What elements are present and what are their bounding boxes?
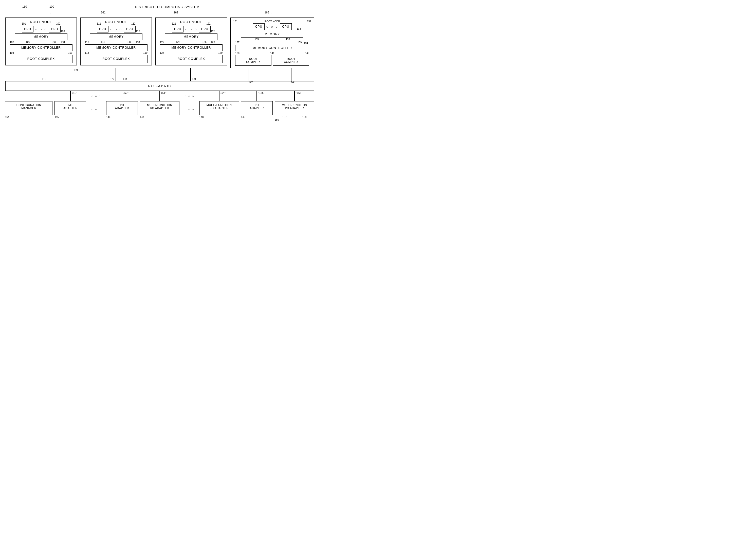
ref-126: 126 [202, 41, 207, 43]
arrow-100: ↓ [50, 11, 52, 14]
ref-160: 160 [22, 5, 27, 8]
ref-116: 116 [127, 41, 132, 43]
memctrl-161: MEMORY CONTROLLER [85, 44, 148, 51]
root-node-162: ROOT NODE 121 CPU ○ ○ ○ 122 CPU 123 MEMO… [155, 17, 227, 65]
ref-146: 146 [106, 116, 138, 118]
ref-114: 114 [85, 51, 89, 54]
root-node-163: 131 ROOT NODE 132 CPU ○ ○ ○ CPU 133 MEMO… [230, 17, 314, 68]
dots-adapter-left: ○ ○ ○ [91, 94, 101, 98]
ref-121: 121 [172, 22, 176, 25]
main-title: DISTRIBUTED COMPUTING SYSTEM [135, 5, 200, 9]
memory-161: MEMORY [90, 33, 142, 40]
root-node-163-label: ROOT NODE [265, 20, 280, 23]
ref-108: 108 [61, 41, 65, 44]
ref-137: 137 [235, 41, 240, 44]
io-adapter-146: I/OADAPTER [106, 101, 138, 115]
rootcomplex-161: ROOT COMPLEX [85, 55, 148, 63]
ref-153-top: 153~ [161, 92, 167, 94]
cpu-121: CPU [172, 26, 184, 32]
ref-156-top: ~156 [296, 92, 301, 94]
arrow-162: ↓ [176, 11, 178, 14]
ref-119: 119 [143, 51, 148, 54]
memory-162: MEMORY [165, 33, 218, 40]
ref-111: 111 [97, 22, 101, 25]
ref-128: 128 [211, 41, 215, 44]
ref-131: 131 [234, 20, 238, 23]
ref-157: 157 [282, 116, 287, 118]
dots-between-adapters: ○ ○ ○ [91, 108, 101, 111]
io-adapter-149: I/OADAPTER [241, 101, 273, 115]
ref-113: 113 [136, 30, 140, 33]
ref-159: 159 [74, 69, 78, 72]
cpu-101: CPU [22, 26, 33, 32]
io-fabric: I/O FABRIC [5, 81, 314, 91]
ref-104: 104 [10, 51, 14, 54]
ref-151-top: 151~ [72, 92, 77, 94]
dots-161: ○ ○ ○ [110, 27, 122, 31]
ref-149: 149 [241, 116, 273, 118]
ref-152-top: 152~ [123, 92, 129, 94]
cpu-111: CPU [97, 26, 109, 32]
ref-142-label: 142 [249, 81, 253, 84]
ref-127: 127 [160, 41, 164, 44]
ref-139: 139 [298, 41, 302, 44]
ref-110-label: 110 [42, 78, 46, 80]
dots-adapter-mid: ○ ○ ○ [185, 94, 194, 98]
ref-164: 164 [5, 116, 52, 118]
memctrl-160: MEMORY CONTROLLER [10, 44, 73, 51]
ref-123: 123 [211, 30, 215, 33]
ref-134: 134 [304, 42, 308, 45]
dots-163: ○ ○ ○ [266, 25, 278, 29]
ref-120-label: 120 [110, 78, 115, 80]
ref-133: 133 [297, 27, 301, 30]
io-adapter-145: I/OADAPTER [55, 101, 86, 115]
ref-163: 163 [265, 11, 269, 14]
ref-101: 101 [22, 22, 26, 25]
memctrl-162: MEMORY CONTROLLER [160, 44, 223, 51]
ref-118: 118 [136, 41, 140, 44]
cpu-131: CPU [253, 23, 265, 30]
cpu-102: CPU [49, 26, 60, 32]
rootcomplex-163-left: ROOTCOMPLEX [235, 55, 272, 66]
dots-mid-adapters: ○ ○ ○ [185, 108, 194, 111]
cpu-132: CPU [280, 23, 292, 30]
ref-155-top: ~155 [258, 92, 264, 94]
ref-141: 141 [270, 52, 275, 55]
ref-122: 122 [206, 22, 211, 25]
root-node-160: ROOT NODE 101 CPU ○ ○ ○ 102 CPU 103 MEMO… [5, 17, 77, 65]
ref-102: 102 [56, 22, 61, 25]
cpu-122: CPU [199, 26, 211, 32]
ref-135: 135 [255, 38, 259, 41]
ref-106: 106 [52, 41, 57, 43]
cpu-112: CPU [124, 26, 135, 32]
ref-124: 124 [160, 51, 164, 54]
ref-132: 132 [307, 20, 311, 23]
root-node-161: ROOT NODE 111 CPU ○ ○ ○ 112 CPU 113 MEMO… [80, 17, 152, 65]
multi-adapter-150: MULTI-FUNCTIONI/O ADAPTER [275, 101, 314, 115]
ref-144-label: 144 [123, 78, 127, 80]
root-node-160-label: ROOT NODE [8, 20, 74, 24]
multi-adapter-148: MULTI-FUNCTIONI/O ADAPTER [200, 101, 239, 115]
ref-158: 158 [302, 116, 307, 118]
rootcomplex-163-right: ROOTCOMPLEX [273, 55, 309, 66]
arrow-163: ↓ [271, 11, 272, 14]
ref-145: 145 [55, 116, 86, 118]
rootcomplex-162: ROOT COMPLEX [160, 55, 223, 63]
rootcomplex-160: ROOT COMPLEX [10, 55, 73, 63]
ref-117: 117 [85, 41, 89, 44]
ref-125: 125 [176, 41, 180, 43]
ref-148: 148 [200, 116, 239, 118]
ref-107: 107 [10, 41, 14, 44]
ref-136: 136 [286, 38, 290, 41]
ref-150: 150 [275, 118, 314, 121]
arrow-161: ↓ [103, 11, 105, 14]
memory-163: MEMORY [241, 31, 304, 38]
ref-109: 109 [68, 51, 73, 54]
ref-112: 112 [131, 22, 136, 25]
root-node-162-label: ROOT NODE [158, 20, 224, 24]
ref-129: 129 [218, 51, 223, 54]
ref-154-top: 154~ [220, 92, 226, 94]
ref-100: 100 [49, 5, 54, 8]
arrow-160: ↓ [23, 11, 25, 14]
multi-adapter-147: MULTI-FUNCTIONI/O ADAPTER [140, 101, 180, 115]
